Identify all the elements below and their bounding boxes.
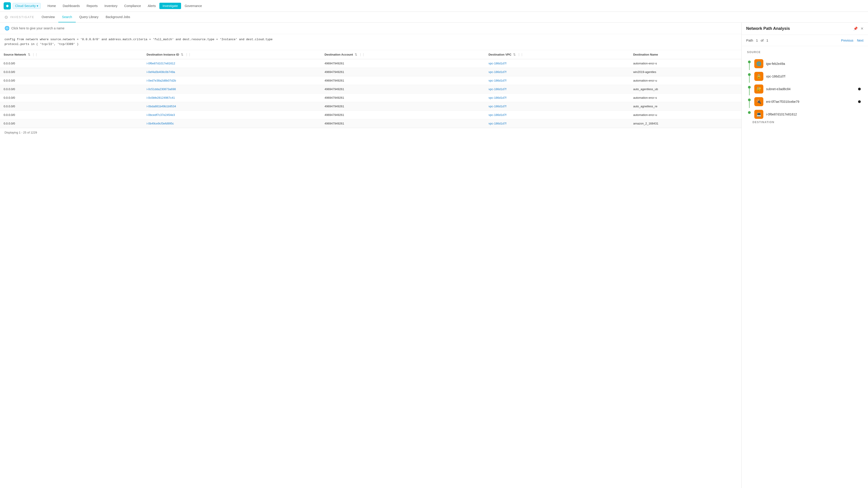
nav-inventory[interactable]: Inventory [101,3,121,9]
path-nav: Path 1 of 1 Previous Next [742,35,868,46]
nav-dashboards[interactable]: Dashboards [59,3,83,9]
dest-instance-link[interactable]: i-0ed7e38a2d8b07d2b [147,79,176,82]
col-dest-name-label: Destination Name [633,53,658,56]
node-label: igw-feb2e49a [766,62,785,66]
tab-background-jobs[interactable]: Background Jobs [102,12,134,22]
drag-dest-account-icon[interactable]: ⋮⋮ [359,53,365,56]
dropdown-icon: ▾ [37,4,38,8]
cell-dest-account: 496947949261 [321,102,485,110]
dest-instance-link[interactable]: i-0c0bfe28124967c41 [147,96,175,99]
node-dot [748,61,751,63]
cell-dest-vpc: vpc-186d1d7f [485,93,629,102]
table-footer-text: Displaying 1 - 25 of 1229 [4,131,37,134]
nav-governance[interactable]: Governance [182,3,205,9]
drag-dest-instance-icon[interactable]: ⋮⋮ [185,53,191,56]
right-panel-title: Network Path Analysis [746,26,790,31]
sort-dest-vpc-icon[interactable]: ⇅ [513,53,516,56]
cell-dest-vpc: vpc-186d1d7f [485,85,629,93]
path-label: Path [746,38,753,42]
drag-source-network-icon[interactable]: ⋮⋮ [32,53,38,56]
col-dest-vpc-label: Destination VPC [489,53,511,56]
close-icon[interactable]: ✕ [861,26,864,31]
path-row-left [747,70,752,83]
path-of: of [761,38,764,42]
col-dest-account[interactable]: Destination Account ⇅ ⋮⋮ [321,50,485,59]
dest-vpc-link[interactable]: vpc-186d1d7f [489,113,506,117]
tab-overview[interactable]: Overview [38,12,58,22]
table-row: 0.0.0.0/0i-0bcedf7c37e2454e3496947949261… [0,110,741,119]
cloud-security-dropdown[interactable]: Cloud Security ▾ [13,3,41,9]
col-dest-instance-label: Destination Instance ID [147,53,179,56]
dest-vpc-link[interactable]: vpc-186d1d7f [489,96,506,99]
nav-investigate[interactable]: Investigate [159,3,181,9]
node-icon-box: 🔐 [754,85,763,94]
table-header-row: Source Network ⇅ ⋮⋮ Destination Instance… [0,50,741,59]
nav-reports[interactable]: Reports [84,3,101,9]
col-source-network[interactable]: Source Network ⇅ ⋮⋮ [0,50,143,59]
cell-dest-name: auto_agentless_ub [629,85,741,93]
sub-nav: ⊙ INVESTIGATE Overview Search Query Libr… [0,12,868,23]
path-row-content: 🔐subnet-e3ad8c84 [754,83,863,95]
tab-search[interactable]: Search [58,12,75,22]
cell-dest-vpc: vpc-186d1d7f [485,76,629,85]
nav-items: Home Dashboards Reports Inventory Compli… [44,3,205,9]
table-row: 0.0.0.0/0i-0bda881b49b1b9534496947949261… [0,102,741,110]
cell-dest-name: automation-encr-s [629,59,741,68]
nav-compliance[interactable]: Compliance [121,3,144,9]
col-dest-instance[interactable]: Destination Instance ID ⇅ ⋮⋮ [143,50,321,59]
node-connector [749,101,749,108]
cell-dest-name: auto_agnetless_re [629,102,741,110]
node-dot [748,73,751,76]
table-row: 0.0.0.0/0i-0c51dda230873a698496947949261… [0,85,741,93]
cell-dest-name: automation-encr-u [629,76,741,85]
path-row: 🔒vpc-186d1d7f [747,70,863,83]
dest-instance-link[interactable]: i-0c51dda230873a698 [147,88,176,91]
dest-vpc-link[interactable]: vpc-186d1d7f [489,70,506,74]
search-name-bar[interactable]: 🌐 Click here to give your search a name [0,23,741,34]
dest-instance-link[interactable]: i-0bcedf7c37e2454e3 [147,113,175,117]
cell-dest-vpc: vpc-186d1d7f [485,68,629,76]
dest-vpc-link[interactable]: vpc-186d1d7f [489,62,506,65]
cell-dest-instance: i-0ed7e38a2d8b07d2b [143,76,321,85]
col-dest-vpc[interactable]: Destination VPC ⇅ ⋮⋮ [485,50,629,59]
cell-dest-instance: i-0f6e87d1017e81612 [143,59,321,68]
sort-dest-instance-icon[interactable]: ⇅ [181,53,183,56]
path-row: 💻i-0f6e87d1017e81612 [747,108,863,121]
cell-source-network: 0.0.0.0/0 [0,85,143,93]
right-panel-header: Network Path Analysis 📌 ✕ [742,23,868,35]
node-connector [749,63,749,70]
drag-dest-vpc-icon[interactable]: ⋮⋮ [518,53,523,56]
dest-instance-link[interactable]: i-0b49ce9cf3efd995c [147,122,174,125]
node-connector [749,76,749,83]
col-dest-name[interactable]: Destination Name [629,50,741,59]
cell-dest-account: 496947949261 [321,76,485,85]
cell-dest-instance: i-0ef4a5b408c0b749a [143,68,321,76]
nav-home[interactable]: Home [44,3,59,9]
cell-dest-instance: i-0bda881b49b1b9534 [143,102,321,110]
sort-dest-account-icon[interactable]: ⇅ [355,53,357,56]
sort-source-network-icon[interactable]: ⇅ [28,53,30,56]
pin-icon[interactable]: 📌 [853,26,858,31]
investigate-icon: ⊙ [4,15,8,20]
nav-alerts[interactable]: Alerts [145,3,159,9]
cell-dest-account: 496947949261 [321,85,485,93]
search-name-text[interactable]: Click here to give your search a name [11,26,64,30]
dest-vpc-link[interactable]: vpc-186d1d7f [489,88,506,91]
tab-query-library[interactable]: Query Library [76,12,102,22]
query-box[interactable]: config from network where source.network… [0,34,741,50]
path-nodes-list: 🌐igw-feb2e49a🔒vpc-186d1d7f🔐subnet-e3ad8c… [747,57,863,121]
app-logo: ◆ [4,2,11,9]
node-label: subnet-e3ad8c84 [766,87,790,91]
dest-vpc-link[interactable]: vpc-186d1d7f [489,79,506,82]
path-row: 🔐subnet-e3ad8c84 [747,83,863,95]
previous-button[interactable]: Previous [841,39,853,42]
dest-vpc-link[interactable]: vpc-186d1d7f [489,122,506,125]
cell-dest-name: automation-encr-u [629,110,741,119]
dest-instance-link[interactable]: i-0bda881b49b1b9534 [147,105,176,108]
dest-instance-link[interactable]: i-0f6e87d1017e81612 [147,62,176,65]
cell-source-network: 0.0.0.0/0 [0,110,143,119]
next-button[interactable]: Next [857,39,864,42]
node-icon-box: 💻 [754,110,763,119]
dest-vpc-link[interactable]: vpc-186d1d7f [489,105,506,108]
dest-instance-link[interactable]: i-0ef4a5b408c0b749a [147,70,175,74]
